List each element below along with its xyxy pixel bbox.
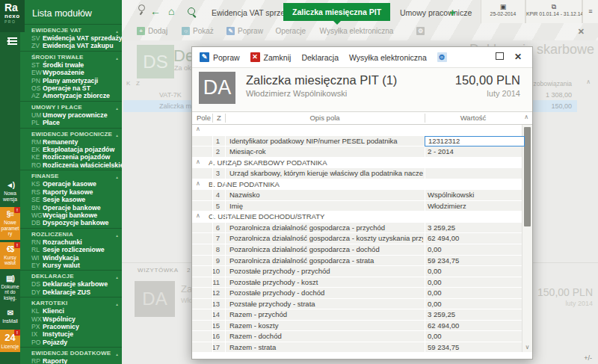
table-row[interactable]: 11Pozostałe przychody - koszt0,00 xyxy=(192,277,522,289)
sidebar-item-po[interactable]: POPojazdy xyxy=(20,339,122,346)
detail-tab-wizytowka[interactable]: WIZYTÓWKA xyxy=(138,267,179,274)
collapse-icon: ▴ xyxy=(116,300,118,308)
table-row[interactable]: 5ImięWłodzimierz xyxy=(192,201,522,212)
sidebar-section-header[interactable]: FINANSE▴ xyxy=(20,172,122,180)
sidebar-item-pl[interactable]: PLPłace xyxy=(20,119,122,126)
scrollbar-thumb[interactable] xyxy=(524,127,531,226)
table-row[interactable]: 17Razem - strata59 234,75 xyxy=(192,342,522,354)
detail-tab-partial[interactable]: 2 xyxy=(187,267,190,274)
sidebar-item-ey[interactable]: EYKursy walut xyxy=(20,262,122,269)
sidebar-item-se[interactable]: SESesje kasowe xyxy=(20,196,122,203)
tab-2[interactable]: Zaliczka miesięczna PIT xyxy=(283,3,390,21)
chevron-up-icon[interactable]: ∧ xyxy=(196,180,200,187)
rail-tile-document[interactable]: ▤)Dokument do księg. xyxy=(0,271,20,304)
table-scroll-up-icon[interactable]: ∧ xyxy=(524,114,528,120)
group-row[interactable]: ∧A. URZĄD SKARBOWY PODATNIKA xyxy=(192,158,522,169)
sidebar-item-sv[interactable]: SVEwidencja VAT sprzedaży xyxy=(20,34,122,42)
table-row[interactable]: 2Miesiąc-rok2 - 2014 xyxy=(192,146,522,158)
sidebar-section-header[interactable]: EWIDENCJE VAT▴ xyxy=(20,26,122,34)
chevron-up-icon[interactable]: ∧ xyxy=(196,126,200,132)
wysylka-button[interactable]: Wysyłka elektroniczna xyxy=(349,53,427,62)
table-row[interactable]: 4NazwiskoWspólnikowski xyxy=(192,190,522,201)
rail-tile-envelope[interactable]: ✉InsMail xyxy=(0,306,20,327)
chevron-up-icon[interactable]: ∧ xyxy=(196,158,200,165)
dialog-settings-button[interactable]: ⚙ xyxy=(437,52,451,62)
sidebar-item-ek[interactable]: EKEksploatacja pojazdów xyxy=(20,146,122,153)
dialog-maximize-icon[interactable] xyxy=(496,52,504,60)
date-selector[interactable]: ▣ 25-02-2014 xyxy=(481,0,525,23)
popraw-button[interactable]: ✎ Popraw xyxy=(200,52,240,62)
rail-tile-currency[interactable]: €$Kursy walut! xyxy=(0,242,20,269)
table-row[interactable]: 6Pozarolnicza działalność gospodarcza - … xyxy=(192,223,522,234)
sidebar-item-db[interactable]: DBDyspozycje bankowe xyxy=(20,219,122,226)
zamknij-button[interactable]: ✕ Zamknij xyxy=(250,52,292,62)
sidebar-section-header[interactable]: EWIDENCJE DODATKOWE▴ xyxy=(20,349,122,357)
add-tab-button[interactable]: + xyxy=(449,6,456,19)
sidebar-item-ew[interactable]: EWWyposażenie xyxy=(20,69,122,76)
sidebar-section-header[interactable]: KARTOTEKI▴ xyxy=(20,299,122,307)
field-value-input[interactable]: 12312312 xyxy=(425,136,525,147)
sidebar-item-zv[interactable]: ZVEwidencja VAT zakupu xyxy=(20,42,122,49)
table-row[interactable]: 9Pozarolnicza działalność gospodarcza - … xyxy=(192,256,522,267)
sidebar-item-rp[interactable]: RPRaporty xyxy=(20,357,122,364)
period-selector[interactable]: ⧉ KPiR 01.01.14 - 31.12.14 xyxy=(525,0,582,23)
sidebar-item-dy[interactable]: DYDeklaracje ZUS xyxy=(20,289,122,296)
sidebar-item-ke[interactable]: KERozliczenia pojazdów xyxy=(20,153,122,161)
group-row[interactable]: ∧ xyxy=(192,125,522,136)
menu-button[interactable]: ≡ xyxy=(582,0,598,23)
sidebar-section-header[interactable]: DEKLARACJE▴ xyxy=(20,272,122,280)
sidebar-item-ro[interactable]: RORozliczenia właścicielskie xyxy=(20,161,122,169)
table-scroll-down-icon[interactable]: ∨ xyxy=(523,344,532,351)
collapse-sidebar-icon[interactable] xyxy=(4,36,17,46)
sidebar-item-rn[interactable]: RNRozrachunki xyxy=(20,238,122,246)
table-row[interactable]: 3Urząd skarbowy, którym kieruje właściwy… xyxy=(192,168,522,179)
sidebar-item-rm[interactable]: RMRemanenty xyxy=(20,138,122,146)
group-row[interactable]: ∧C. USTALENIE DOCHODU/STRATY xyxy=(192,212,522,223)
sidebar-item-wx[interactable]: WXWspólnicy xyxy=(20,315,122,323)
dialog-close-icon[interactable]: ✕ xyxy=(514,52,522,62)
table-row[interactable]: 1Identyfikator podatkowy NIP/numer PESEL… xyxy=(192,136,522,147)
sidebar-item-wi[interactable]: WIWindykacja xyxy=(20,254,122,262)
sidebar-item-ds[interactable]: DSDeklaracje skarbowe xyxy=(20,280,122,288)
sidebar-item-kl[interactable]: KLKlienci xyxy=(20,307,122,315)
list-scroll-up-icon[interactable]: ∧ xyxy=(586,78,591,85)
search-icon[interactable] xyxy=(188,7,195,15)
sidebar-item-um[interactable]: UMUmowy pracownicze xyxy=(20,111,122,119)
table-row[interactable]: 8Pozarolnicza działalność gospodarcza - … xyxy=(192,244,522,256)
sidebar-section-header[interactable]: EWIDENCJE POMOCNICZE▴ xyxy=(20,130,122,138)
table-scrollbar[interactable]: ∨ xyxy=(522,125,532,352)
sidebar-section-header[interactable]: ŚRODKI TRWAŁE▴ xyxy=(20,53,122,61)
sidebar-section-header[interactable]: ROZLICZENIA▴ xyxy=(20,230,122,238)
sidebar-item-ix[interactable]: IXInstytucje xyxy=(20,330,122,338)
rail-tile-parameters[interactable]: §≡Nowe parametry! xyxy=(0,207,20,240)
sidebar-item-st[interactable]: STŚrodki trwałe xyxy=(20,61,122,69)
table-row[interactable]: 14Razem - przychód3 259,25 xyxy=(192,309,522,321)
group-row[interactable]: ∧B. DANE PODATNIKA xyxy=(192,179,522,191)
sidebar-item-rs[interactable]: RSRaporty kasowe xyxy=(20,188,122,196)
table-row[interactable]: 15Razem - koszty62 494,00 xyxy=(192,321,522,332)
sidebar-item-code: SE xyxy=(31,196,43,203)
table-row[interactable]: 10Pozostałe przychody - przychód0,00 xyxy=(192,266,522,277)
rail-tile-megaphone[interactable]: ◄)Nowa wersja xyxy=(0,178,20,205)
table-row[interactable]: 7Pozarolnicza działalność gospodarcza - … xyxy=(192,233,522,244)
home-icon[interactable]: ⌂ xyxy=(168,5,174,17)
rail-tile-licenses-count[interactable]: 24Licencje! xyxy=(0,330,20,353)
sidebar-item-pn[interactable]: PNPlany amortyzacji xyxy=(20,77,122,84)
sidebar-item-wg[interactable]: WGWyciągi bankowe xyxy=(20,212,122,219)
sidebar-item-os[interactable]: OSOperacje na ŚT xyxy=(20,84,122,92)
table-row[interactable]: 12Pozostałe przychody - dochód0,00 xyxy=(192,288,522,299)
sidebar-item-rl[interactable]: RLSesje rozliczeniowe xyxy=(20,246,122,253)
chevron-up-icon[interactable]: ∧ xyxy=(196,212,200,219)
tab-3[interactable]: Umowy pracownicze xyxy=(400,8,472,17)
deklaracja-button[interactable]: Deklaracja xyxy=(301,53,339,62)
sidebar-section-header[interactable]: UMOWY I PŁACE▴ xyxy=(20,103,122,111)
table-row[interactable]: 16Razem - dochód0,00 xyxy=(192,331,522,342)
sidebar-item-ks[interactable]: KSOperacje kasowe xyxy=(20,180,122,188)
sidebar-item-az[interactable]: AZAmortyzacje zbiorcze xyxy=(20,92,122,99)
ribbon-close-icon[interactable]: ✕ xyxy=(578,27,585,37)
table-row[interactable]: 13Pozstałe przychody - strata0,00 xyxy=(192,299,522,310)
sidebar-item-bn[interactable]: BNOperacje bankowe xyxy=(20,204,122,212)
back-icon[interactable]: ← xyxy=(150,5,161,17)
pin-icon[interactable] xyxy=(138,4,145,11)
sidebar-item-px[interactable]: PXPracownicy xyxy=(20,323,122,330)
